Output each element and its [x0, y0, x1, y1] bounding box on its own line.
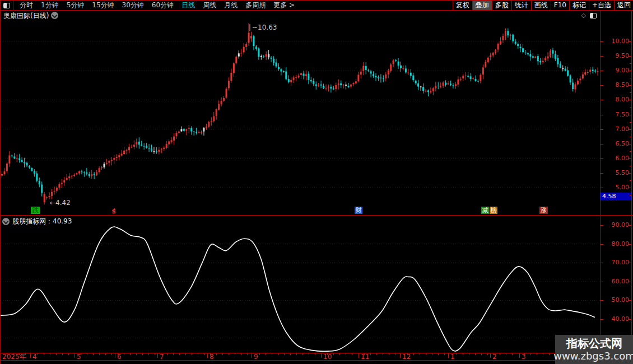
price-axis-minor-tick — [630, 166, 631, 166]
price-axis-tick — [629, 129, 631, 130]
indicator-axis-label: 50.00 — [602, 296, 629, 304]
price-axis-tick — [629, 173, 631, 174]
minor-tick — [7, 353, 7, 355]
minor-tick — [487, 353, 488, 355]
month-tick — [207, 353, 208, 358]
minor-tick — [494, 353, 494, 355]
minor-tick — [457, 353, 457, 355]
menu-item-分时[interactable]: 分时 — [16, 1, 37, 10]
toolbar-button-画线[interactable]: 画线 — [531, 1, 551, 10]
toolbar-button-叠加[interactable]: 叠加 — [472, 1, 492, 10]
toolbar-button-复权[interactable]: 复权 — [453, 1, 472, 10]
minor-tick — [278, 353, 278, 355]
minor-tick — [290, 353, 291, 355]
minor-tick — [376, 353, 377, 355]
price-axis-label: 7.00 — [602, 125, 629, 133]
minor-tick — [13, 353, 13, 355]
menu-item-多周期[interactable]: 多周期 — [241, 1, 269, 10]
low-annotation: ←4.42 — [50, 199, 71, 207]
high-annotation: ~10.63 — [252, 24, 277, 31]
price-axis-minor-tick — [630, 63, 631, 64]
price-axis-label: 8.00 — [602, 96, 629, 103]
month-label: 9 — [254, 353, 258, 360]
indicator-axis-tick — [629, 282, 631, 282]
menu-item-日线[interactable]: 日线 — [178, 1, 199, 10]
menu-item-60分钟[interactable]: 60分钟 — [148, 1, 178, 10]
minor-tick — [530, 353, 531, 355]
menu-item-周线[interactable]: 周线 — [199, 1, 220, 10]
trading-app-window: 分时1分钟5分钟15分钟30分钟60分钟日线周线月线多周期更多 > 复权叠加多股… — [0, 0, 633, 364]
menu-item-15分钟[interactable]: 15分钟 — [88, 1, 118, 10]
price-axis-tick — [601, 71, 603, 71]
minor-tick — [420, 353, 420, 355]
toolbar-button-统计[interactable]: 统计 — [511, 1, 531, 10]
minor-tick — [241, 353, 241, 355]
indicator-chart-svg — [1, 217, 600, 353]
indicator-chevron-icon[interactable] — [2, 218, 10, 225]
toolbar-button-+自选[interactable]: +自选 — [589, 1, 614, 10]
menu-item-30分钟[interactable]: 30分钟 — [118, 1, 148, 10]
price-axis-label: 9.50 — [602, 52, 629, 59]
minor-tick — [179, 353, 180, 355]
minor-tick — [315, 353, 315, 355]
price-axis-minor-tick — [630, 137, 631, 137]
last-price-tag: 4.58 — [601, 193, 631, 200]
toolbar-button-标记[interactable]: 标记 — [569, 1, 589, 10]
price-axis-minor-tick — [630, 107, 631, 108]
price-axis-minor-tick — [630, 78, 631, 78]
minor-tick — [155, 353, 155, 355]
minor-tick — [302, 353, 303, 355]
minor-tick — [383, 353, 383, 355]
top-menubar: 分时1分钟5分钟15分钟30分钟60分钟日线周线月线多周期更多 > 复权叠加多股… — [1, 0, 633, 11]
minor-tick — [500, 353, 500, 355]
minor-tick — [235, 353, 235, 355]
indicator-axis-tick — [629, 263, 631, 263]
toolbar-button-返回[interactable]: 返回 — [614, 1, 633, 10]
price-axis-tick — [601, 115, 603, 115]
menu-item-更多 >[interactable]: 更多 > — [269, 1, 299, 10]
price-axis-label: 5.50 — [602, 169, 629, 176]
split-layout-icon — [3, 3, 10, 8]
price-axis-tick — [629, 188, 631, 188]
month-label: 1 — [450, 353, 455, 360]
price-axis-minor-tick — [630, 49, 631, 49]
minor-tick — [130, 353, 131, 355]
price-axis-tick — [629, 144, 631, 144]
panel-divider — [1, 215, 633, 216]
minor-tick — [105, 353, 106, 355]
price-axis-label: 8.50 — [602, 81, 629, 88]
menu-item-5分钟[interactable]: 5分钟 — [63, 1, 89, 10]
price-axis-minor-tick — [630, 195, 631, 195]
price-axis-label: 5.00 — [602, 184, 629, 191]
axis-separator-left — [600, 11, 601, 361]
price-axis-label: 6.50 — [602, 140, 629, 147]
minor-tick — [81, 353, 81, 355]
menu-item-月线[interactable]: 月线 — [220, 1, 241, 10]
price-axis-minor-tick — [630, 122, 631, 123]
window-split-button[interactable] — [1, 1, 13, 10]
indicator-axis-tick — [601, 263, 603, 263]
price-axis-tick — [601, 129, 603, 130]
indicator-axis-tick — [601, 225, 603, 226]
price-axis-tick — [629, 71, 631, 71]
minor-tick — [87, 353, 87, 355]
time-axis: 2025年456789101112123 — [1, 353, 633, 361]
minor-tick — [543, 353, 543, 355]
toolbar-button-多股[interactable]: 多股 — [492, 1, 511, 10]
minor-tick — [327, 353, 328, 355]
indicator-axis-label: 90.00 — [602, 221, 629, 228]
minor-tick — [38, 353, 38, 355]
minor-tick — [296, 353, 297, 355]
minor-tick — [537, 353, 537, 355]
month-label: 12 — [402, 353, 411, 360]
toolbar-button-F10[interactable]: F10 — [551, 1, 569, 10]
price-axis-tick — [629, 100, 631, 100]
minor-tick — [370, 353, 371, 355]
indicator-header: 股朋指标网：40.93 — [2, 217, 72, 226]
axis-separator-right — [631, 11, 632, 361]
minor-tick — [198, 353, 198, 355]
minor-tick — [524, 353, 525, 355]
minor-tick — [173, 353, 174, 355]
minor-tick — [185, 353, 186, 355]
menu-item-1分钟[interactable]: 1分钟 — [37, 1, 63, 10]
